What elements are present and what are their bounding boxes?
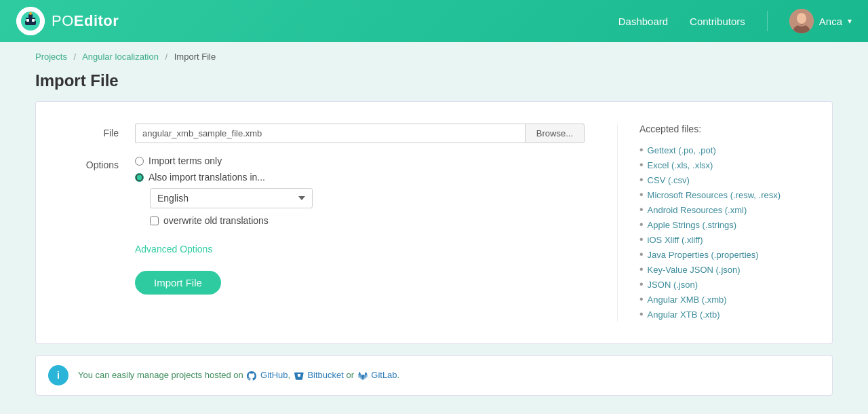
svg-point-10 <box>797 13 806 24</box>
svg-rect-3 <box>26 19 29 22</box>
accepted-json[interactable]: JSON (.json) <box>648 280 698 290</box>
accepted-apple[interactable]: Apple Strings (.strings) <box>648 220 737 230</box>
option-also-import[interactable]: Also import translations in... <box>135 172 585 183</box>
section-divider <box>617 124 618 322</box>
list-item: iOS Xliff (.xliff) <box>639 232 810 247</box>
list-item: Excel (.xls, .xlsx) <box>639 157 810 172</box>
info-text-mid2: or <box>346 370 356 380</box>
browse-button[interactable]: Browse... <box>525 124 585 143</box>
user-name: Anca <box>819 16 842 27</box>
accepted-files-section: Accepted files: Gettext (.po, .pot) Exce… <box>629 124 832 322</box>
list-item: Angular XMB (.xmb) <box>639 292 810 307</box>
svg-rect-4 <box>32 19 35 22</box>
accepted-msresources[interactable]: Microsoft Resources (.resw, .resx) <box>648 190 781 200</box>
option-terms-only-label: Import terms only <box>149 155 222 166</box>
info-icon: i <box>57 370 60 381</box>
logo-area: POEditor <box>16 7 119 35</box>
accepted-kvjson[interactable]: Key-Value JSON (.json) <box>648 265 741 275</box>
form-section: File Browse... Options Import terms only… <box>36 124 606 322</box>
list-item: CSV (.csv) <box>639 172 810 187</box>
breadcrumb-projects[interactable]: Projects <box>35 52 67 62</box>
overwrite-checkbox[interactable] <box>150 217 159 225</box>
file-label: File <box>58 124 119 138</box>
info-text-before: You can easily manage projects hosted on <box>78 370 243 380</box>
svg-point-8 <box>29 12 32 15</box>
list-item: Android Resources (.xml) <box>639 202 810 217</box>
options-row: Options Import terms only Also import tr… <box>58 155 585 226</box>
nav-separator <box>767 11 768 31</box>
accepted-java[interactable]: Java Properties (.properties) <box>648 250 759 260</box>
option-terms-only[interactable]: Import terms only <box>135 155 585 166</box>
language-select[interactable]: English French German Spanish <box>150 188 313 208</box>
header-nav: Dashboard Contributors Anca ▾ <box>618 9 852 33</box>
import-file-button[interactable]: Import File <box>135 271 221 295</box>
list-item: Key-Value JSON (.json) <box>639 262 810 277</box>
options-content: Import terms only Also import translatio… <box>135 155 585 226</box>
list-item: Microsoft Resources (.resw, .resx) <box>639 187 810 202</box>
breadcrumb-current: Import File <box>174 52 216 62</box>
contributors-link[interactable]: Contributors <box>690 16 745 27</box>
accepted-gettext[interactable]: Gettext (.po, .pot) <box>648 145 716 155</box>
accepted-csv[interactable]: CSV (.csv) <box>648 175 690 185</box>
breadcrumb-angular[interactable]: Angular localization <box>82 52 159 62</box>
logo-text: POEditor <box>52 12 119 30</box>
language-dropdown-wrap: English French German Spanish <box>150 188 585 208</box>
radio-terms-only[interactable] <box>135 157 144 166</box>
list-item: Angular XTB (.xtb) <box>639 307 810 322</box>
overwrite-label: overwrite old translations <box>163 215 269 226</box>
options-label: Options <box>58 155 119 170</box>
avatar <box>789 9 814 33</box>
breadcrumb: Projects / Angular localization / Import… <box>0 42 868 71</box>
accepted-android[interactable]: Android Resources (.xml) <box>648 205 747 215</box>
github-link[interactable]: GitHub <box>260 370 288 380</box>
svg-point-5 <box>24 18 26 21</box>
chevron-down-icon: ▾ <box>848 16 852 26</box>
list-item: Apple Strings (.strings) <box>639 217 810 232</box>
page-title: Import File <box>0 71 868 101</box>
list-item: Gettext (.po, .pot) <box>639 143 810 157</box>
advanced-options-link[interactable]: Advanced Options <box>135 238 212 260</box>
info-banner: i You can easily manage projects hosted … <box>35 355 833 396</box>
advanced-options-row: Advanced Options <box>135 238 585 260</box>
dashboard-link[interactable]: Dashboard <box>618 16 668 27</box>
accepted-angular-xtb[interactable]: Angular XTB (.xtb) <box>648 309 720 320</box>
file-row: File Browse... <box>58 124 585 143</box>
breadcrumb-separator-2: / <box>165 52 167 62</box>
user-menu[interactable]: Anca ▾ <box>789 9 852 33</box>
gitlab-link[interactable]: GitLab <box>371 370 397 380</box>
file-input[interactable] <box>135 124 525 143</box>
overwrite-row: overwrite old translations <box>150 215 585 226</box>
accepted-ios-xliff[interactable]: iOS Xliff (.xliff) <box>648 235 703 245</box>
info-text-end: . <box>397 370 400 380</box>
radio-also-import[interactable] <box>135 173 144 182</box>
svg-point-6 <box>35 18 37 21</box>
accepted-angular-xmb[interactable]: Angular XMB (.xmb) <box>648 295 727 305</box>
header: POEditor Dashboard Contributors Anca ▾ <box>0 0 868 42</box>
accepted-excel[interactable]: Excel (.xls, .xlsx) <box>648 160 713 170</box>
breadcrumb-separator: / <box>74 52 77 62</box>
option-also-import-label: Also import translations in... <box>149 172 265 183</box>
accepted-files-list: Gettext (.po, .pot) Excel (.xls, .xlsx) … <box>639 143 810 322</box>
import-button-row: Import File <box>135 265 585 295</box>
accepted-files-title: Accepted files: <box>639 124 810 134</box>
bitbucket-link[interactable]: Bitbucket <box>307 370 343 380</box>
list-item: JSON (.json) <box>639 277 810 292</box>
file-input-group: Browse... <box>135 124 585 143</box>
info-text: You can easily manage projects hosted on… <box>78 370 399 381</box>
info-icon-wrap: i <box>48 365 68 385</box>
list-item: Java Properties (.properties) <box>639 247 810 262</box>
logo-icon <box>16 7 45 35</box>
main-card: File Browse... Options Import terms only… <box>35 101 833 344</box>
